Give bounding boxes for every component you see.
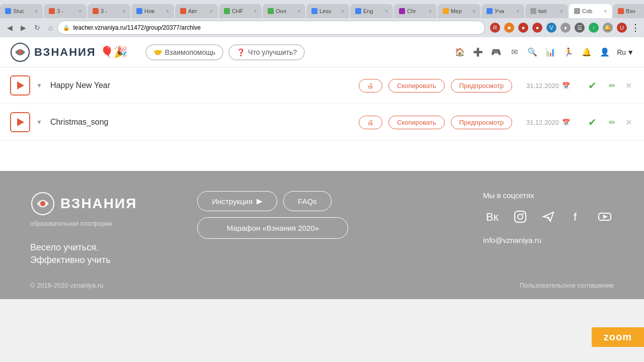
tab-favicon bbox=[93, 8, 99, 14]
copy-button[interactable]: Скопировать bbox=[388, 116, 445, 129]
vzaimo-button[interactable]: 🤝 Взаимопомощь bbox=[145, 44, 223, 60]
check-icon: ✔ bbox=[588, 116, 597, 128]
footer-email: info@vznaniya.ru bbox=[483, 236, 541, 244]
tab-title-current: Cob bbox=[582, 8, 602, 14]
tab-t15[interactable]: Взн× bbox=[613, 4, 644, 18]
toolbar-icon-10[interactable]: U bbox=[617, 23, 627, 33]
toolbar-icon-4[interactable]: ● bbox=[532, 23, 542, 33]
copy-button[interactable]: Скопировать bbox=[388, 79, 445, 93]
expand-chevron-icon[interactable]: ▼ bbox=[36, 82, 42, 89]
toolbar-icon-7[interactable]: ☰ bbox=[575, 23, 585, 33]
faqs-button[interactable]: FAQs bbox=[283, 191, 332, 211]
tab-favicon bbox=[49, 8, 55, 14]
tab-t10[interactable]: Сhr× bbox=[394, 4, 437, 18]
games-icon[interactable]: 🎮 bbox=[490, 46, 502, 58]
toolbar-icon-2[interactable]: ★ bbox=[504, 23, 514, 33]
preview-button[interactable]: Предпросмотр bbox=[451, 79, 512, 93]
vk-icon[interactable]: Вк bbox=[483, 208, 501, 226]
tab-t12[interactable]: Уча× bbox=[481, 4, 524, 18]
bell-icon[interactable]: 🔔 bbox=[581, 46, 593, 58]
home-button[interactable]: ⌂ bbox=[45, 22, 55, 34]
search-icon[interactable]: 🔍 bbox=[526, 46, 538, 58]
site-header: ВЗНАНИЯ 🎈🎉 🤝 Взаимопомощь ❓ Что улучшить… bbox=[0, 37, 644, 67]
close-icon[interactable]: ✕ bbox=[625, 81, 632, 90]
telegram-icon[interactable] bbox=[539, 208, 557, 226]
lesson-title: Happy New Year bbox=[50, 81, 353, 90]
tab-favicon bbox=[618, 8, 624, 14]
instruction-label: Инструкция bbox=[212, 197, 253, 206]
more-button[interactable]: ⋮ bbox=[631, 22, 640, 33]
edit-icon[interactable]: ✏ bbox=[609, 118, 615, 127]
preview-button[interactable]: Предпросмотр bbox=[451, 116, 512, 129]
tab-t7[interactable]: Онл× bbox=[263, 4, 305, 18]
tab-title: 3 - bbox=[101, 8, 120, 14]
expand-chevron-icon[interactable]: ▼ bbox=[36, 119, 42, 126]
header-nav: 🤝 Взаимопомощь ❓ Что улучшить? bbox=[145, 44, 305, 60]
toolbar-icon-8[interactable]: ↑ bbox=[589, 23, 599, 33]
faqs-label: FAQs bbox=[298, 197, 317, 206]
toolbar-icon-9[interactable]: 🔔 bbox=[603, 23, 613, 33]
toolbar-icon-3[interactable]: ● bbox=[518, 23, 528, 33]
youtube-icon[interactable] bbox=[596, 208, 614, 226]
tab-favicon bbox=[530, 8, 536, 14]
chto-label: Что улучшить? bbox=[248, 48, 297, 56]
address-input[interactable]: 🔒 teacher.vznaniya.ru/11472/group/20377/… bbox=[57, 21, 485, 35]
tab-bar: Stuc× 3 -× 3 -× Нов× Авт× CHF× Онл× Less… bbox=[0, 0, 644, 18]
vzaimo-icon: 🤝 bbox=[153, 48, 162, 56]
lang-chevron: ▼ bbox=[627, 48, 634, 56]
edit-icon[interactable]: ✏ bbox=[609, 81, 615, 90]
language-button[interactable]: Ru ▼ bbox=[617, 48, 634, 56]
tab-title: Авт bbox=[188, 8, 208, 14]
toolbar-icon-6[interactable]: ♦ bbox=[560, 23, 571, 33]
play-triangle-icon bbox=[17, 118, 24, 126]
toolbar-icon-5[interactable]: V bbox=[546, 23, 556, 33]
tab-t5[interactable]: Авт× bbox=[175, 4, 218, 18]
tab-t4[interactable]: Нов× bbox=[131, 4, 174, 18]
marathon-button[interactable]: Марафон «Взнания 2020» bbox=[197, 217, 348, 239]
vzaimo-label: Взаимопомощь bbox=[165, 48, 215, 56]
facebook-icon[interactable]: f bbox=[568, 208, 586, 226]
footer-email-area: info@vznaniya.ru bbox=[483, 236, 614, 245]
tab-t13[interactable]: twir× bbox=[525, 4, 568, 18]
tab-t14[interactable]: Cob× bbox=[569, 4, 612, 18]
mail-icon[interactable]: ✉ bbox=[508, 46, 520, 58]
tab-t1[interactable]: Stuc× bbox=[0, 4, 43, 18]
lesson-play-button[interactable] bbox=[10, 75, 30, 96]
tab-title: Stuc bbox=[13, 8, 33, 14]
stats-icon[interactable]: 📊 bbox=[544, 46, 556, 58]
lang-text: Ru bbox=[617, 48, 626, 56]
chto-button[interactable]: ❓ Что улучшить? bbox=[228, 44, 305, 60]
motto-line2: Эффективно учить bbox=[30, 254, 137, 266]
back-button[interactable]: ◀ bbox=[4, 22, 16, 34]
print-button[interactable]: 🖨 bbox=[359, 79, 382, 93]
tab-t9[interactable]: Eng× bbox=[350, 4, 393, 18]
home-icon[interactable]: 🏠 bbox=[454, 46, 466, 58]
forward-button[interactable]: ▶ bbox=[18, 22, 29, 34]
social-label: Мы в соцсетях bbox=[483, 191, 614, 200]
instagram-icon[interactable] bbox=[511, 208, 529, 226]
tab-title: Нов bbox=[144, 8, 164, 14]
site-footer: ВЗНАНИЯ образовательная платформа Весело… bbox=[0, 171, 644, 299]
run-icon[interactable]: 🏃 bbox=[562, 46, 575, 58]
tab-title: Мер bbox=[451, 8, 470, 14]
tab-favicon bbox=[355, 8, 361, 14]
tab-t6[interactable]: CHF× bbox=[219, 4, 262, 18]
tab-t11[interactable]: Мер× bbox=[438, 4, 480, 18]
printer-icon: 🖨 bbox=[367, 82, 374, 89]
user-icon[interactable]: 👤 bbox=[599, 46, 611, 58]
copy-label: Скопировать bbox=[397, 119, 436, 126]
plus-icon[interactable]: ➕ bbox=[472, 46, 484, 58]
lesson-play-button[interactable] bbox=[10, 112, 30, 132]
toolbar-icon-1[interactable]: R bbox=[490, 23, 500, 33]
close-icon[interactable]: ✕ bbox=[625, 118, 632, 127]
instruction-button[interactable]: Инструкция ▶ bbox=[197, 191, 277, 211]
tab-t3[interactable]: 3 -× bbox=[88, 4, 130, 18]
tab-t2[interactable]: 3 -× bbox=[44, 4, 87, 18]
logo-text: ВЗНАНИЯ bbox=[34, 46, 96, 59]
reload-button[interactable]: ↻ bbox=[31, 22, 43, 34]
date-text: 31.12.2020 bbox=[526, 119, 559, 126]
tab-t8[interactable]: Less× bbox=[306, 4, 349, 18]
svg-point-6 bbox=[518, 214, 523, 219]
footer-logo-text: ВЗНАНИЯ bbox=[60, 196, 137, 212]
print-button[interactable]: 🖨 bbox=[359, 116, 382, 129]
